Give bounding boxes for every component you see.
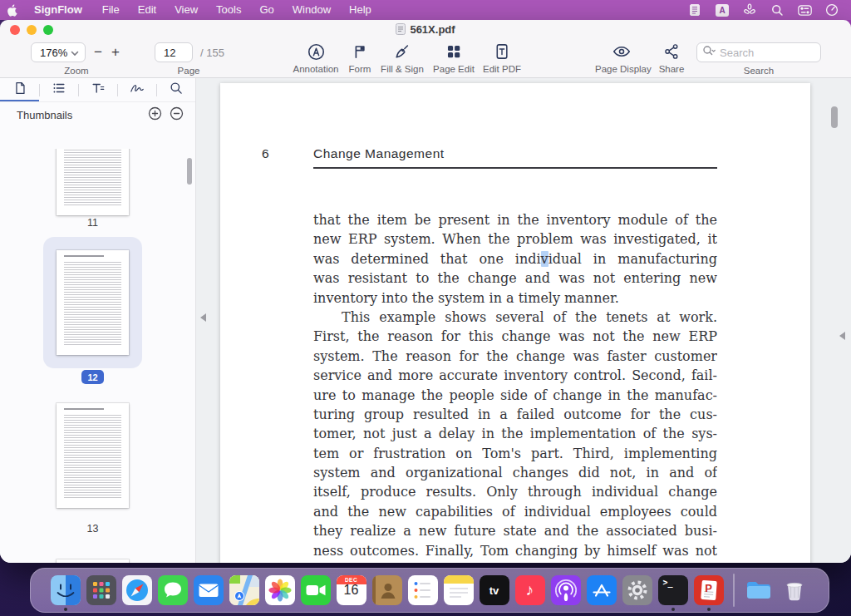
menu-item-view[interactable]: View bbox=[165, 0, 207, 20]
toolbar-tool-label: Page Display bbox=[595, 64, 648, 74]
pdf-text-line: turing group resulted in a failed outcom… bbox=[313, 405, 717, 424]
input-source-glyph: A bbox=[716, 4, 729, 17]
sidebar-tab-signature[interactable] bbox=[117, 78, 156, 101]
pdf-text-line: ness outcomes. Finally, Tom changing by … bbox=[313, 541, 717, 560]
toolbar-tool-share[interactable]: Share bbox=[645, 42, 698, 74]
page-display-icon bbox=[595, 42, 648, 62]
dock-appletv-icon[interactable]: tv bbox=[480, 575, 509, 605]
dock-music-icon[interactable]: ♪ bbox=[515, 575, 545, 605]
search-icon bbox=[702, 45, 716, 60]
menu-item-edit[interactable]: Edit bbox=[129, 0, 165, 20]
zoom-out-button[interactable]: − bbox=[91, 42, 106, 62]
dock-settings-icon[interactable] bbox=[622, 575, 652, 605]
sidebar-tab-outline[interactable] bbox=[39, 78, 78, 101]
menu-item-go[interactable]: Go bbox=[250, 0, 283, 20]
thumbnail-page-11[interactable] bbox=[57, 149, 129, 215]
thumbnail-page-badge: 12 bbox=[81, 370, 104, 384]
sidebar-scrollbar-thumb[interactable] bbox=[187, 158, 192, 185]
text-edit-icon bbox=[91, 81, 106, 99]
dock-launchpad-icon[interactable] bbox=[86, 575, 116, 605]
content-scrollbar-thumb[interactable] bbox=[831, 106, 838, 128]
dock-photos-icon[interactable] bbox=[265, 575, 295, 605]
thumbnail-page-13[interactable] bbox=[57, 403, 129, 508]
thumbnail-page-12[interactable] bbox=[57, 250, 129, 355]
edit-pdf-icon bbox=[475, 42, 529, 62]
title-bar: 561X.pdf bbox=[0, 20, 851, 40]
pages-doc-icon[interactable] bbox=[687, 2, 702, 17]
dock-mail-icon[interactable] bbox=[194, 575, 224, 605]
calendar-month: DEC bbox=[337, 577, 366, 583]
page-group-label: Page bbox=[155, 66, 223, 76]
dock-signflow-icon[interactable]: P bbox=[694, 575, 724, 605]
sidebar-tab-text-edit[interactable] bbox=[78, 78, 117, 101]
pdf-text-line: they realize a new future state and the … bbox=[313, 521, 717, 540]
thumbnail-zoom-out-icon[interactable] bbox=[170, 106, 184, 124]
dock-facetime-icon[interactable] bbox=[301, 575, 331, 605]
chapter-rule bbox=[313, 167, 717, 169]
toolbar-tool-label: Fill & Sign bbox=[376, 64, 429, 74]
panel-title: Thumbnails bbox=[17, 109, 72, 121]
control-center-icon[interactable] bbox=[797, 2, 812, 17]
zoom-in-button[interactable]: + bbox=[108, 42, 123, 62]
thumbnail-zoom-in-icon[interactable] bbox=[148, 106, 162, 124]
apple-menu[interactable] bbox=[0, 4, 25, 17]
running-indicator-dot bbox=[671, 608, 675, 611]
terminal-glyph: >_ bbox=[663, 578, 673, 587]
dock-finder-icon[interactable] bbox=[51, 575, 81, 605]
menu-item-file[interactable]: File bbox=[93, 0, 129, 20]
menu-item-signflow[interactable]: SignFlow bbox=[25, 0, 93, 20]
menu-items: SignFlowFileEditViewToolsGoWindowHelp bbox=[25, 0, 381, 20]
sidebar-tab-thumbnails[interactable] bbox=[0, 78, 39, 101]
menu-item-help[interactable]: Help bbox=[340, 0, 381, 20]
pdf-text-line: and the new capabilities of individual e… bbox=[313, 502, 717, 521]
dock-terminal-icon[interactable]: >_ bbox=[658, 575, 688, 605]
clock-icon[interactable] bbox=[824, 2, 839, 17]
running-indicator-dot bbox=[64, 608, 67, 611]
window-title: 561X.pdf bbox=[0, 23, 851, 37]
sidebar-panel-header: Thumbnails bbox=[0, 102, 195, 128]
dock-reminders-icon[interactable] bbox=[408, 575, 438, 605]
thumbnail-selected-wrap[interactable] bbox=[43, 237, 142, 368]
menu-left: SignFlowFileEditViewToolsGoWindowHelp bbox=[0, 0, 381, 20]
toolbar-tool-fill-sign[interactable]: Fill & Sign bbox=[376, 42, 429, 74]
sidebar-tab-search[interactable] bbox=[156, 78, 195, 101]
pdf-text-line: itself, produce results. Only through in… bbox=[313, 482, 717, 501]
dock-podcasts-icon[interactable] bbox=[551, 575, 581, 605]
dock-trash-icon[interactable] bbox=[780, 575, 809, 605]
toolbar-tool-page-display[interactable]: Page Display bbox=[595, 42, 648, 74]
page-number-input[interactable] bbox=[155, 42, 193, 62]
zoom-group-label: Zoom bbox=[31, 66, 122, 76]
search-input[interactable] bbox=[720, 47, 815, 59]
signflow-glyph: P bbox=[694, 582, 724, 594]
dock-safari-icon[interactable] bbox=[122, 575, 152, 605]
spotlight-icon[interactable] bbox=[770, 2, 785, 17]
pdf-file-icon bbox=[396, 23, 406, 37]
thumbnail-page-number: 11 bbox=[57, 217, 129, 229]
toolbar: 176% − + Zoom / 155 Page AnnotationFormF… bbox=[0, 40, 851, 78]
pdf-text-line: system. The reason for the change was fa… bbox=[313, 347, 717, 366]
fill-sign-icon bbox=[376, 42, 429, 62]
dock-contacts-icon[interactable] bbox=[372, 575, 402, 605]
zoom-select[interactable]: 176% bbox=[31, 42, 86, 62]
dock-maps-icon[interactable] bbox=[229, 575, 259, 605]
pdf-page: 6 Change Management that the item be pre… bbox=[220, 83, 810, 563]
pdf-text-line: was resistant to the change and was not … bbox=[313, 269, 717, 288]
toolbar-search-field[interactable] bbox=[696, 42, 821, 62]
input-source-icon[interactable]: A bbox=[715, 2, 730, 17]
dock-messages-icon[interactable] bbox=[158, 575, 188, 605]
pdf-text-line: First, the reason for this change was no… bbox=[313, 327, 717, 346]
menu-item-window[interactable]: Window bbox=[283, 0, 340, 20]
thumbnail-page-partial[interactable] bbox=[57, 559, 129, 563]
page-nav-arrow-left[interactable] bbox=[200, 313, 206, 322]
toolbar-tool-edit-pdf[interactable]: Edit PDF bbox=[475, 42, 529, 74]
toolbar-tool-page-edit[interactable]: Page Edit bbox=[427, 42, 480, 74]
sidebar: Thumbnails 111213 bbox=[0, 78, 196, 563]
dock-downloads-folder-icon[interactable] bbox=[744, 575, 774, 605]
fan-icon[interactable] bbox=[742, 2, 757, 17]
page-nav-arrow-right[interactable] bbox=[839, 332, 845, 340]
menu-item-tools[interactable]: Tools bbox=[207, 0, 250, 20]
dock-calendar-icon[interactable]: DEC16 bbox=[337, 575, 366, 605]
zoom-value: 176% bbox=[40, 47, 67, 59]
dock-appstore-icon[interactable] bbox=[587, 575, 617, 605]
dock-notes-icon[interactable] bbox=[444, 575, 474, 605]
